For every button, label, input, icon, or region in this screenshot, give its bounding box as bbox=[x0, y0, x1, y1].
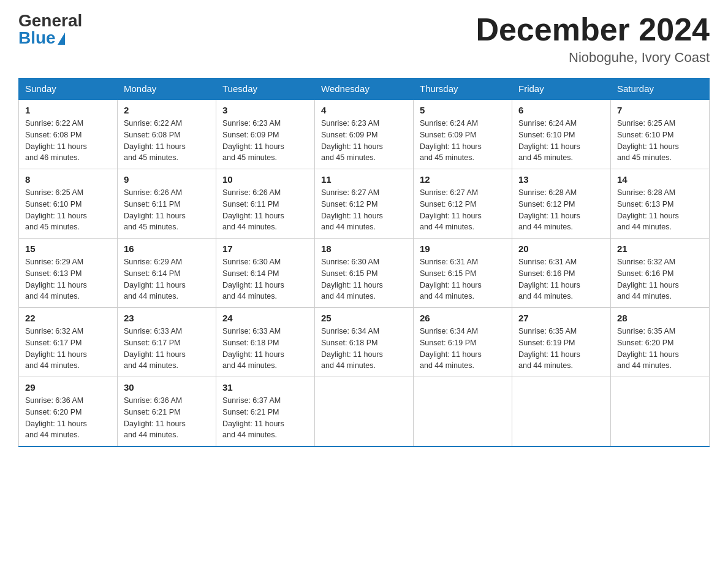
weekday-header-friday: Friday bbox=[512, 79, 611, 100]
calendar-cell bbox=[611, 377, 710, 447]
day-info: Sunrise: 6:22 AMSunset: 6:08 PMDaylight:… bbox=[124, 118, 210, 164]
day-info: Sunrise: 6:33 AMSunset: 6:18 PMDaylight:… bbox=[222, 326, 308, 372]
day-number: 24 bbox=[222, 313, 308, 323]
day-info: Sunrise: 6:33 AMSunset: 6:17 PMDaylight:… bbox=[124, 326, 210, 372]
day-info: Sunrise: 6:29 AMSunset: 6:13 PMDaylight:… bbox=[25, 256, 111, 302]
day-info: Sunrise: 6:36 AMSunset: 6:21 PMDaylight:… bbox=[124, 395, 210, 441]
calendar-cell: 24Sunrise: 6:33 AMSunset: 6:18 PMDayligh… bbox=[216, 308, 315, 377]
day-info: Sunrise: 6:28 AMSunset: 6:12 PMDaylight:… bbox=[518, 187, 604, 233]
day-number: 2 bbox=[124, 105, 210, 115]
day-info: Sunrise: 6:34 AMSunset: 6:18 PMDaylight:… bbox=[321, 326, 407, 372]
day-number: 15 bbox=[25, 243, 111, 254]
day-number: 23 bbox=[124, 313, 210, 323]
day-info: Sunrise: 6:23 AMSunset: 6:09 PMDaylight:… bbox=[222, 118, 308, 164]
day-number: 21 bbox=[617, 243, 703, 254]
calendar-cell: 19Sunrise: 6:31 AMSunset: 6:15 PMDayligh… bbox=[414, 239, 512, 308]
day-number: 12 bbox=[420, 174, 506, 185]
calendar-cell: 17Sunrise: 6:30 AMSunset: 6:14 PMDayligh… bbox=[216, 239, 315, 308]
day-number: 16 bbox=[124, 243, 210, 254]
calendar-cell: 23Sunrise: 6:33 AMSunset: 6:17 PMDayligh… bbox=[118, 308, 216, 377]
logo-general-text: General bbox=[18, 12, 82, 29]
day-number: 28 bbox=[617, 313, 703, 323]
calendar-table: SundayMondayTuesdayWednesdayThursdayFrid… bbox=[18, 78, 710, 447]
calendar-cell bbox=[512, 377, 611, 447]
day-info: Sunrise: 6:32 AMSunset: 6:16 PMDaylight:… bbox=[617, 256, 703, 302]
calendar-cell: 18Sunrise: 6:30 AMSunset: 6:15 PMDayligh… bbox=[315, 239, 414, 308]
day-info: Sunrise: 6:26 AMSunset: 6:11 PMDaylight:… bbox=[222, 187, 308, 233]
calendar-cell: 11Sunrise: 6:27 AMSunset: 6:12 PMDayligh… bbox=[315, 169, 414, 239]
day-number: 25 bbox=[321, 313, 407, 323]
day-info: Sunrise: 6:24 AMSunset: 6:09 PMDaylight:… bbox=[420, 118, 506, 164]
day-info: Sunrise: 6:28 AMSunset: 6:13 PMDaylight:… bbox=[617, 187, 703, 233]
calendar-cell: 10Sunrise: 6:26 AMSunset: 6:11 PMDayligh… bbox=[216, 169, 315, 239]
calendar-cell: 2Sunrise: 6:22 AMSunset: 6:08 PMDaylight… bbox=[118, 99, 216, 169]
month-title: December 2024 bbox=[476, 12, 710, 47]
day-info: Sunrise: 6:30 AMSunset: 6:14 PMDaylight:… bbox=[222, 256, 308, 302]
day-info: Sunrise: 6:22 AMSunset: 6:08 PMDaylight:… bbox=[25, 118, 111, 164]
day-number: 4 bbox=[321, 105, 407, 115]
calendar-week-row: 15Sunrise: 6:29 AMSunset: 6:13 PMDayligh… bbox=[19, 239, 710, 308]
weekday-header-thursday: Thursday bbox=[414, 79, 512, 100]
calendar-cell: 7Sunrise: 6:25 AMSunset: 6:10 PMDaylight… bbox=[611, 99, 710, 169]
day-number: 14 bbox=[617, 174, 703, 185]
calendar-cell: 9Sunrise: 6:26 AMSunset: 6:11 PMDaylight… bbox=[118, 169, 216, 239]
day-number: 13 bbox=[518, 174, 604, 185]
calendar-cell: 30Sunrise: 6:36 AMSunset: 6:21 PMDayligh… bbox=[118, 377, 216, 447]
calendar-cell bbox=[315, 377, 414, 447]
day-info: Sunrise: 6:37 AMSunset: 6:21 PMDaylight:… bbox=[222, 395, 308, 441]
day-info: Sunrise: 6:36 AMSunset: 6:20 PMDaylight:… bbox=[25, 395, 111, 441]
day-info: Sunrise: 6:32 AMSunset: 6:17 PMDaylight:… bbox=[25, 326, 111, 372]
day-number: 9 bbox=[124, 174, 210, 185]
weekday-header-saturday: Saturday bbox=[611, 79, 710, 100]
calendar-cell: 27Sunrise: 6:35 AMSunset: 6:19 PMDayligh… bbox=[512, 308, 611, 377]
logo-triangle-icon bbox=[58, 33, 65, 45]
day-info: Sunrise: 6:27 AMSunset: 6:12 PMDaylight:… bbox=[420, 187, 506, 233]
day-number: 5 bbox=[420, 105, 506, 115]
day-number: 17 bbox=[222, 243, 308, 254]
calendar-week-row: 1Sunrise: 6:22 AMSunset: 6:08 PMDaylight… bbox=[19, 99, 710, 169]
calendar-cell: 16Sunrise: 6:29 AMSunset: 6:14 PMDayligh… bbox=[118, 239, 216, 308]
calendar-cell: 6Sunrise: 6:24 AMSunset: 6:10 PMDaylight… bbox=[512, 99, 611, 169]
calendar-cell: 14Sunrise: 6:28 AMSunset: 6:13 PMDayligh… bbox=[611, 169, 710, 239]
day-number: 10 bbox=[222, 174, 308, 185]
day-info: Sunrise: 6:29 AMSunset: 6:14 PMDaylight:… bbox=[124, 256, 210, 302]
day-number: 6 bbox=[518, 105, 604, 115]
day-number: 19 bbox=[420, 243, 506, 254]
day-info: Sunrise: 6:26 AMSunset: 6:11 PMDaylight:… bbox=[124, 187, 210, 233]
day-number: 7 bbox=[617, 105, 703, 115]
logo-blue-text: Blue bbox=[18, 29, 65, 47]
day-info: Sunrise: 6:35 AMSunset: 6:19 PMDaylight:… bbox=[518, 326, 604, 372]
calendar-cell: 22Sunrise: 6:32 AMSunset: 6:17 PMDayligh… bbox=[19, 308, 118, 377]
calendar-cell: 12Sunrise: 6:27 AMSunset: 6:12 PMDayligh… bbox=[414, 169, 512, 239]
day-info: Sunrise: 6:25 AMSunset: 6:10 PMDaylight:… bbox=[617, 118, 703, 164]
weekday-header-wednesday: Wednesday bbox=[315, 79, 414, 100]
day-info: Sunrise: 6:34 AMSunset: 6:19 PMDaylight:… bbox=[420, 326, 506, 372]
day-info: Sunrise: 6:30 AMSunset: 6:15 PMDaylight:… bbox=[321, 256, 407, 302]
weekday-header-monday: Monday bbox=[118, 79, 216, 100]
calendar-cell: 4Sunrise: 6:23 AMSunset: 6:09 PMDaylight… bbox=[315, 99, 414, 169]
day-number: 11 bbox=[321, 174, 407, 185]
calendar-cell: 13Sunrise: 6:28 AMSunset: 6:12 PMDayligh… bbox=[512, 169, 611, 239]
weekday-header-tuesday: Tuesday bbox=[216, 79, 315, 100]
calendar-cell: 3Sunrise: 6:23 AMSunset: 6:09 PMDaylight… bbox=[216, 99, 315, 169]
calendar-cell: 28Sunrise: 6:35 AMSunset: 6:20 PMDayligh… bbox=[611, 308, 710, 377]
calendar-cell: 1Sunrise: 6:22 AMSunset: 6:08 PMDaylight… bbox=[19, 99, 118, 169]
day-number: 3 bbox=[222, 105, 308, 115]
day-number: 1 bbox=[25, 105, 111, 115]
day-number: 8 bbox=[25, 174, 111, 185]
logo: General Blue bbox=[18, 12, 82, 47]
calendar-cell: 20Sunrise: 6:31 AMSunset: 6:16 PMDayligh… bbox=[512, 239, 611, 308]
day-number: 29 bbox=[25, 382, 111, 393]
weekday-header-sunday: Sunday bbox=[19, 79, 118, 100]
calendar-week-row: 8Sunrise: 6:25 AMSunset: 6:10 PMDaylight… bbox=[19, 169, 710, 239]
calendar-cell bbox=[414, 377, 512, 447]
calendar-cell: 5Sunrise: 6:24 AMSunset: 6:09 PMDaylight… bbox=[414, 99, 512, 169]
calendar-cell: 15Sunrise: 6:29 AMSunset: 6:13 PMDayligh… bbox=[19, 239, 118, 308]
page-header: General Blue December 2024 Nioboguhe, Iv… bbox=[18, 12, 710, 66]
day-number: 31 bbox=[222, 382, 308, 393]
weekday-header-row: SundayMondayTuesdayWednesdayThursdayFrid… bbox=[19, 79, 710, 100]
day-number: 26 bbox=[420, 313, 506, 323]
day-number: 18 bbox=[321, 243, 407, 254]
location-subtitle: Nioboguhe, Ivory Coast bbox=[476, 50, 710, 66]
day-info: Sunrise: 6:31 AMSunset: 6:16 PMDaylight:… bbox=[518, 256, 604, 302]
